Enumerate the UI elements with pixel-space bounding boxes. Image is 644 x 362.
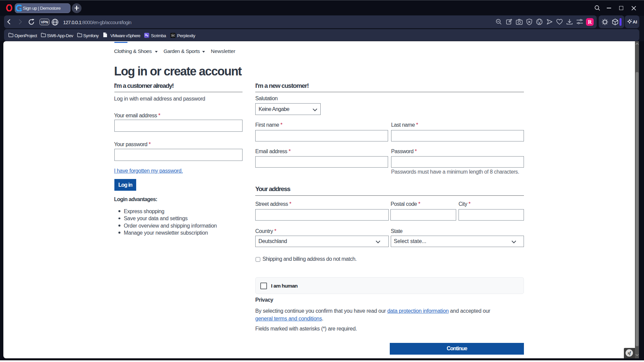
svg-text:A: A (538, 21, 541, 25)
